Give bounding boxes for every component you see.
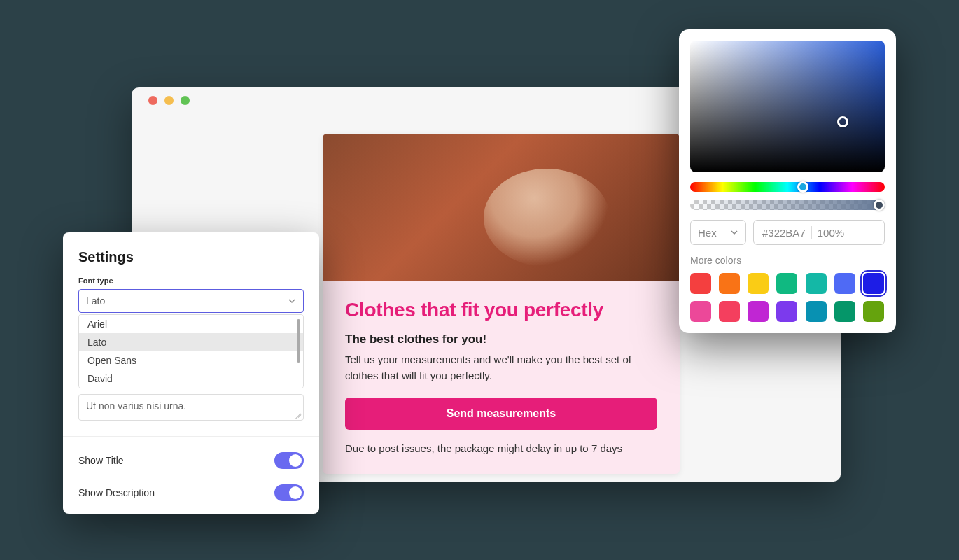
color-handle[interactable]	[837, 116, 848, 127]
font-option[interactable]: Open Sans	[79, 351, 303, 370]
color-swatch[interactable]	[776, 273, 797, 294]
more-colors-label: More colors	[690, 255, 885, 266]
color-swatch[interactable]	[834, 301, 855, 322]
font-type-label: Font type	[78, 276, 304, 285]
minimize-icon[interactable]	[164, 96, 174, 105]
settings-panel: Settings Font type Lato Ariel Lato Open …	[63, 232, 319, 514]
promo-title: Clothes that fit you perfectly	[345, 299, 657, 321]
promo-body: Tell us your measurements and we'll make…	[345, 352, 657, 384]
show-description-row: Show Description	[78, 469, 304, 501]
toggle-label: Show Description	[78, 487, 155, 498]
color-swatch[interactable]	[776, 301, 797, 322]
font-option[interactable]: Ariel	[79, 315, 303, 333]
promo-subtitle: The best clothes for you!	[345, 332, 657, 346]
hue-slider[interactable]	[690, 182, 885, 192]
color-swatch[interactable]	[863, 301, 884, 322]
hex-input[interactable]: #322BA7 100%	[753, 220, 885, 245]
promo-disclaimer: Due to post issues, the package might de…	[345, 442, 657, 454]
send-measurements-button[interactable]: Send measurements	[345, 398, 657, 430]
color-swatch[interactable]	[748, 273, 769, 294]
toggle-label: Show Title	[78, 455, 124, 466]
color-swatch[interactable]	[806, 301, 827, 322]
color-swatch[interactable]	[863, 273, 884, 294]
hue-handle[interactable]	[797, 181, 808, 192]
text-input-value: Ut non varius nisi urna.	[86, 400, 186, 412]
scrollbar[interactable]	[297, 319, 300, 363]
color-mode-select[interactable]: Hex	[690, 220, 746, 245]
color-swatch[interactable]	[690, 301, 711, 322]
maximize-icon[interactable]	[181, 96, 190, 105]
chevron-down-icon	[730, 228, 738, 237]
alpha-handle[interactable]	[874, 200, 885, 211]
hex-value: #322BA7	[762, 227, 806, 239]
promo-card: Clothes that fit you perfectly The best …	[323, 134, 680, 474]
font-dropdown-list: Ariel Lato Open Sans David	[78, 314, 304, 388]
hero-image	[323, 134, 680, 281]
color-swatch[interactable]	[719, 301, 740, 322]
color-swatch[interactable]	[748, 301, 769, 322]
alpha-slider[interactable]	[690, 200, 885, 210]
font-option[interactable]: Lato	[79, 333, 303, 351]
alpha-value: 100%	[818, 227, 844, 239]
input-separator	[811, 226, 812, 239]
show-title-row: Show Title	[78, 437, 304, 469]
show-description-toggle[interactable]	[274, 484, 304, 501]
color-mode-value: Hex	[698, 227, 717, 239]
color-swatch[interactable]	[719, 273, 740, 294]
text-input[interactable]: Ut non varius nisi urna.	[78, 394, 304, 421]
color-swatch[interactable]	[806, 273, 827, 294]
show-title-toggle[interactable]	[274, 452, 304, 469]
chevron-down-icon	[288, 297, 296, 305]
font-option[interactable]: David	[79, 370, 303, 388]
resize-handle-icon[interactable]	[293, 410, 302, 419]
font-type-value: Lato	[86, 295, 105, 307]
color-swatch[interactable]	[690, 273, 711, 294]
swatch-grid	[690, 273, 885, 322]
saturation-value-area[interactable]	[690, 41, 885, 172]
font-type-select[interactable]: Lato	[78, 289, 304, 313]
close-icon[interactable]	[148, 96, 158, 105]
color-swatch[interactable]	[834, 273, 855, 294]
color-picker: Hex #322BA7 100% More colors	[679, 29, 896, 333]
settings-title: Settings	[78, 249, 304, 265]
